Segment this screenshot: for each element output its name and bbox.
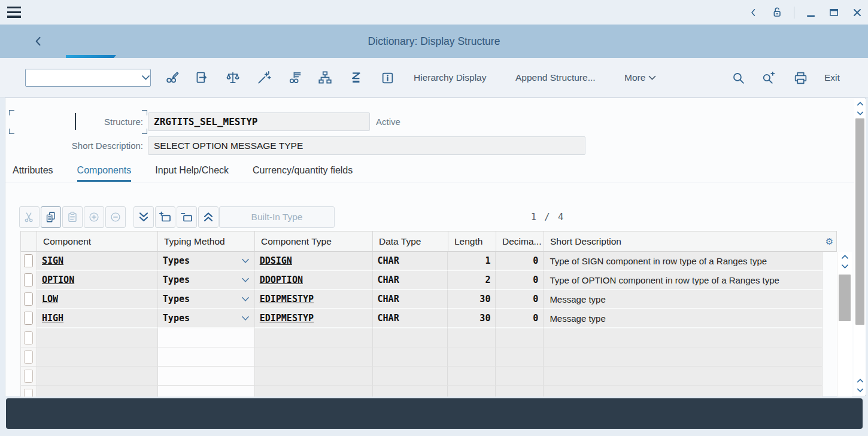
- maximize-icon[interactable]: [828, 6, 840, 19]
- column-header[interactable]: Decima...: [496, 231, 544, 252]
- back-icon[interactable]: [32, 34, 44, 48]
- component-type-link[interactable]: EDIPMESTYP: [260, 294, 314, 304]
- select-all-header-cell[interactable]: [21, 231, 37, 252]
- chevron-down-icon[interactable]: [141, 75, 154, 81]
- typing-method-dropdown[interactable]: Types: [158, 271, 255, 290]
- column-header[interactable]: Component: [37, 231, 158, 252]
- insert-line-icon[interactable]: [155, 206, 175, 228]
- row-checkbox[interactable]: [24, 254, 33, 267]
- hierarchy-icon[interactable]: [315, 69, 335, 87]
- page-scrollbar-thumb[interactable]: [855, 118, 864, 325]
- component-link[interactable]: HIGH: [42, 313, 63, 324]
- search-icon[interactable]: [728, 69, 748, 87]
- row-select-cell[interactable]: [21, 367, 37, 386]
- typing-method-dropdown[interactable]: Types: [158, 309, 255, 328]
- column-header[interactable]: Component Type: [255, 231, 373, 252]
- info-icon[interactable]: [377, 69, 397, 87]
- row-checkbox[interactable]: [24, 331, 33, 344]
- row-select-cell[interactable]: [21, 252, 37, 271]
- append-structure-button[interactable]: Append Structure...: [515, 69, 596, 87]
- component-type-link[interactable]: EDIPMESTYP: [260, 313, 314, 324]
- row-select-cell[interactable]: [21, 386, 37, 397]
- other-object-icon[interactable]: [192, 69, 212, 87]
- print-icon[interactable]: [790, 69, 811, 87]
- built-in-type-button[interactable]: Built-In Type: [219, 206, 335, 228]
- scroll-down-icon[interactable]: [854, 385, 866, 395]
- row-select-cell[interactable]: [21, 309, 37, 328]
- row-select-cell[interactable]: [21, 347, 37, 367]
- close-icon[interactable]: [851, 6, 863, 19]
- cut-icon[interactable]: [19, 206, 40, 228]
- delete-line-icon[interactable]: [177, 206, 197, 228]
- table-scrollbar-thumb[interactable]: [839, 275, 851, 321]
- length-cell: [448, 328, 496, 347]
- row-checkbox[interactable]: [24, 350, 33, 364]
- runtime-object-icon[interactable]: [346, 69, 366, 87]
- where-used-icon[interactable]: [285, 69, 305, 87]
- gear-icon[interactable]: ⚙: [825, 236, 833, 247]
- short-description-field[interactable]: SELECT OPTION MESSAGE TYPE: [148, 136, 585, 155]
- more-menu-button[interactable]: More: [624, 69, 656, 87]
- typing-method-value: Types: [163, 275, 190, 285]
- component-type-cell: [255, 367, 373, 386]
- column-header[interactable]: Short Description: [544, 231, 823, 252]
- display-change-icon[interactable]: [162, 69, 183, 87]
- short-description-cell: Message type: [544, 290, 823, 309]
- short-description-cell: Message type: [544, 309, 823, 328]
- delete-row-icon[interactable]: [105, 206, 126, 228]
- component-type-link[interactable]: DDOPTION: [260, 275, 303, 285]
- insert-row-icon[interactable]: [84, 206, 104, 228]
- hierarchy-display-button[interactable]: Hierarchy Display: [414, 69, 486, 87]
- data-type-cell: [373, 386, 448, 397]
- component-cell: OPTION: [37, 271, 158, 290]
- scroll-up-icon[interactable]: [854, 99, 866, 108]
- structure-field[interactable]: ZRGTITS_SEL_MESTYP: [148, 112, 370, 131]
- scroll-up-icon[interactable]: [837, 252, 852, 261]
- length-cell: 30: [448, 309, 496, 328]
- column-header[interactable]: Typing Method: [158, 231, 255, 252]
- activate-icon[interactable]: [254, 69, 274, 87]
- typing-method-dropdown[interactable]: Types: [158, 252, 255, 271]
- column-header[interactable]: Length: [448, 231, 496, 252]
- scroll-down-icon[interactable]: [837, 261, 852, 271]
- scroll-down-icon[interactable]: [854, 108, 866, 118]
- tab-components[interactable]: Components: [77, 159, 132, 182]
- column-header[interactable]: Data Type: [373, 231, 448, 252]
- component-type-cell: [255, 347, 373, 367]
- row-checkbox[interactable]: [24, 370, 33, 383]
- row-select-cell[interactable]: [21, 290, 37, 309]
- command-field[interactable]: [25, 69, 151, 87]
- tab-attributes[interactable]: Attributes: [13, 159, 53, 182]
- nav-back-icon[interactable]: [748, 7, 759, 19]
- row-checkbox[interactable]: [24, 312, 33, 325]
- row-select-cell[interactable]: [21, 328, 37, 347]
- component-link[interactable]: LOW: [42, 294, 58, 304]
- paste-icon[interactable]: [62, 206, 83, 228]
- row-checkbox[interactable]: [24, 389, 33, 397]
- component-link[interactable]: SIGN: [42, 255, 63, 266]
- consistency-check-icon[interactable]: [223, 69, 243, 87]
- lock-icon[interactable]: [770, 5, 783, 20]
- sap-gui-window: Dictionary: Display Structure SAP: [0, 0, 868, 436]
- row-checkbox[interactable]: [24, 273, 33, 286]
- page-up-icon[interactable]: [198, 206, 218, 228]
- copy-icon[interactable]: [41, 206, 61, 228]
- table-settings-cell[interactable]: ⚙: [823, 231, 837, 252]
- tab-currency-quantity-fields[interactable]: Currency/quantity fields: [253, 159, 353, 182]
- decimals-cell: 0: [496, 252, 544, 271]
- menu-icon[interactable]: [7, 7, 21, 18]
- command-input[interactable]: [26, 69, 141, 86]
- typing-method-dropdown[interactable]: Types: [158, 290, 255, 309]
- row-checkbox[interactable]: [24, 292, 33, 306]
- search-next-icon[interactable]: [758, 69, 778, 87]
- tab-input-help-check[interactable]: Input Help/Check: [155, 159, 229, 182]
- data-type-cell: [373, 367, 448, 386]
- component-link[interactable]: OPTION: [42, 275, 74, 285]
- component-type-link[interactable]: DDSIGN: [260, 255, 292, 266]
- exit-button[interactable]: Exit: [824, 69, 840, 87]
- row-select-cell[interactable]: [21, 271, 37, 290]
- scroll-up-icon[interactable]: [854, 376, 866, 385]
- minimize-icon[interactable]: [805, 6, 817, 19]
- component-cell: HIGH: [37, 309, 158, 328]
- page-down-icon[interactable]: [133, 206, 154, 228]
